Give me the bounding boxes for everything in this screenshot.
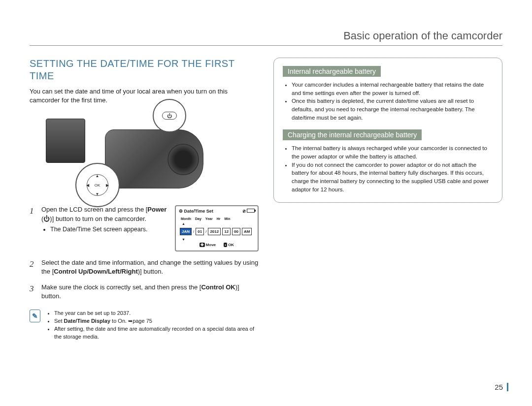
step-3: 3 Make sure the clock is correctly set, … xyxy=(30,283,259,301)
note-block: ✎ The year can be set up to 2037. Set Da… xyxy=(30,310,259,341)
section-intro: You can set the date and time of your lo… xyxy=(30,87,259,105)
step-text: Make sure the clock is correctly set, an… xyxy=(41,283,239,300)
step-text: Select the date and time information, an… xyxy=(41,259,258,275)
battery-icon xyxy=(247,209,255,213)
panel-heading-charging: Charging the internal rechargeable batte… xyxy=(283,129,422,140)
power-icon: ⏻ xyxy=(162,112,177,120)
panel-item: If you do not connect the camcorder to p… xyxy=(292,161,493,194)
ok-pad-callout: OK ▲▼ ◀▶ xyxy=(75,163,120,207)
info-panel: Internal rechargeable battery Your camco… xyxy=(273,58,502,203)
step-number: 1 xyxy=(30,205,36,217)
step-number: 3 xyxy=(30,283,36,295)
step-number: 2 xyxy=(30,258,36,270)
step-1: 1 Open the LCD screen and press the [Pow… xyxy=(30,205,259,251)
page-number: 25 xyxy=(495,383,508,391)
panel-heading-internal-battery: Internal rechargeable battery xyxy=(283,66,381,77)
camcorder-illustration: ⏻ OK ▲▼ ◀▶ xyxy=(75,110,213,198)
step-2: 2 Select the date and time information, … xyxy=(30,258,259,276)
panel-item: Your camcorder includes a internal recha… xyxy=(292,81,493,97)
note-item: Set Date/Time Display to On. ➥page 75 xyxy=(54,317,259,325)
step-text: Open the LCD screen and press the [Power… xyxy=(41,206,166,222)
note-item: The year can be set up to 2037. xyxy=(54,310,259,317)
section-title: SETTING THE DATE/TIME FOR THE FIRST TIME xyxy=(30,58,259,82)
ok-pad-icon: OK ▲▼ ◀▶ xyxy=(87,174,108,196)
panel-item: Once this battery is depleted, the curre… xyxy=(292,97,493,122)
page-title: Basic operation of the camcorder xyxy=(343,30,502,42)
lcd-screenshot: ⚙ Date/Time Set ⎚ Month Day Year Hr Min … xyxy=(175,205,259,251)
page-header: Basic operation of the camcorder xyxy=(30,30,502,46)
panel-item: The internal battery is always recharged… xyxy=(292,144,493,160)
note-item: After setting, the date and time are aut… xyxy=(54,325,259,341)
note-icon: ✎ xyxy=(30,310,40,322)
step-subitem: The Date/Time Set screen appears. xyxy=(50,225,170,234)
power-button-callout: ⏻ xyxy=(153,99,186,132)
